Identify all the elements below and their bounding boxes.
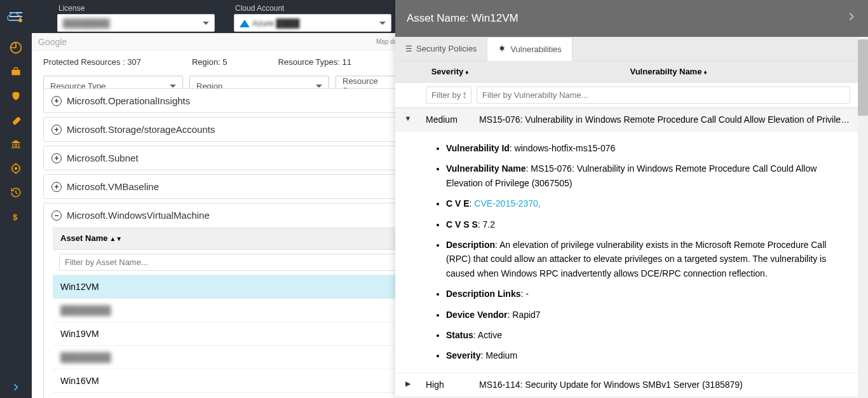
vuln-row[interactable]: ▼ Medium MS15-076: Vulnerability in Wind… [395, 108, 858, 132]
cloud-account-select[interactable]: Azure ████ [234, 14, 391, 32]
nav-briefcase[interactable] [0, 60, 32, 84]
bug-icon [498, 44, 506, 55]
svg-rect-2 [11, 70, 20, 76]
expand-icon: + [51, 125, 62, 135]
expand-icon: + [51, 96, 62, 106]
collapse-icon: − [51, 210, 62, 221]
chevron-down-icon [203, 22, 209, 25]
nav-billing[interactable]: $ [0, 205, 32, 229]
cloud-label: Cloud Account [234, 1, 391, 14]
chevron-down-icon [379, 22, 386, 25]
svg-point-3 [15, 167, 18, 170]
scrollbar[interactable] [858, 37, 868, 398]
detail-header: Asset Name: Win12VM [395, 0, 868, 37]
stat-region: Region: 5 [192, 57, 227, 67]
chevron-down-icon [170, 85, 176, 88]
vuln-details: Vulnerability Id: windows-hotfix-ms15-07… [395, 132, 858, 373]
tab-security-policies[interactable]: ☰ Security Policies [395, 37, 487, 60]
vuln-table-header: Severity♦ Vulnerabilty Name♦ [395, 61, 858, 83]
stat-protected: Protected Resources : 307 [43, 57, 141, 67]
license-label: License [57, 1, 215, 14]
col-severity[interactable]: Severity♦ [421, 61, 479, 82]
google-logo: Google [38, 37, 67, 47]
close-panel[interactable] [846, 9, 857, 28]
sidebar-expand[interactable] [0, 383, 32, 392]
detail-panel: Asset Name: Win12VM ☰ Security Policies … [395, 0, 868, 398]
nav-shield[interactable] [0, 84, 32, 108]
nav-wrench[interactable] [0, 108, 32, 132]
detail-tabs: ☰ Security Policies Vulnerabilities [395, 37, 858, 61]
detail-title: Asset Name: Win12VM [407, 12, 519, 25]
expand-icon: + [51, 153, 62, 163]
collapse-icon[interactable]: ▼ [395, 114, 421, 122]
license-select[interactable]: ████████ [57, 14, 215, 32]
app-logo [6, 11, 23, 26]
vuln-filter-row [395, 83, 858, 108]
left-sidebar: $ [0, 33, 32, 398]
nav-dashboard[interactable] [0, 36, 32, 60]
expand-icon: + [51, 182, 62, 192]
filter-vuln-name[interactable] [477, 86, 850, 104]
azure-icon [240, 20, 250, 27]
cve-link[interactable]: CVE-2015-2370, [474, 198, 540, 209]
vuln-list: ▼ Medium MS15-076: Vulnerability in Wind… [395, 108, 858, 398]
tab-vulnerabilities[interactable]: Vulnerabilities [487, 37, 572, 61]
filter-severity[interactable] [426, 86, 471, 104]
chevron-down-icon [316, 85, 322, 88]
nav-history[interactable] [0, 181, 32, 205]
stat-types: Resource Types: 11 [278, 57, 351, 67]
svg-point-5 [500, 46, 504, 50]
nav-settings[interactable] [0, 156, 32, 181]
col-vuln-name[interactable]: Vulnerabilty Name♦ [479, 61, 858, 82]
expand-icon[interactable]: ▶ [395, 380, 421, 388]
nav-institution[interactable] [0, 132, 32, 156]
vuln-row[interactable]: ▶ High MS16-114: Security Update for Win… [395, 373, 858, 397]
svg-text:$: $ [13, 212, 17, 222]
list-icon: ☰ [405, 45, 412, 53]
sort-icon: ▲▼ [109, 235, 122, 242]
svg-point-0 [18, 18, 22, 22]
